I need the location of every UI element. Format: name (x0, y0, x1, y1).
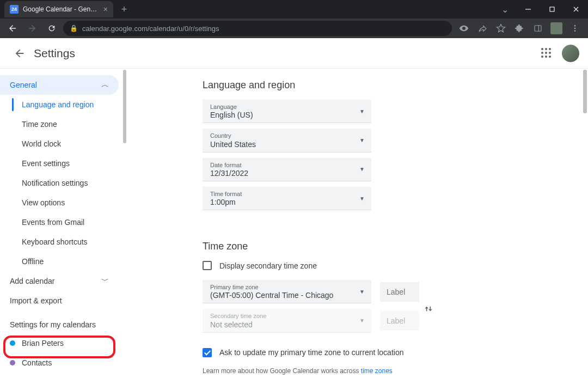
window-maximize-button[interactable] (540, 1, 564, 17)
sidebar-heading-my-calendars: Settings for my calendars (0, 310, 126, 333)
tab-close-icon[interactable]: × (103, 5, 108, 14)
dropdown-value: United States (210, 140, 256, 149)
dropdown-language[interactable]: Language English (US) ▼ (203, 100, 371, 123)
dropdown-country[interactable]: Country United States ▼ (203, 129, 371, 152)
bookmark-star-icon[interactable] (492, 20, 510, 36)
dropdown-value: 1:00pm (210, 198, 242, 206)
sidebar-sub-time-zone[interactable]: Time zone (0, 114, 126, 134)
dropdown-value: (GMT-05:00) Central Time - Chicago (210, 291, 333, 300)
section-title-language-region: Language and region (203, 80, 588, 91)
dropdown-date-format[interactable]: Date format 12/31/2022 ▼ (203, 158, 371, 181)
sidebar-item-label: Add calendar (10, 277, 55, 285)
dropdown-arrow-icon: ▼ (359, 166, 365, 172)
tabs-dropdown-icon[interactable]: ⌄ (497, 4, 513, 15)
page: Settings General ︿ Language and region T… (0, 38, 588, 378)
dropdown-label: Time format (210, 190, 242, 198)
dropdown-label: Country (210, 132, 256, 139)
svg-rect-1 (550, 7, 554, 11)
dropdown-time-format[interactable]: Time format 1:00pm ▼ (203, 187, 371, 210)
sidebar-sub-events-gmail[interactable]: Events from Gmail (0, 212, 126, 232)
sidebar-item-import-export[interactable]: Import & export (0, 291, 119, 310)
swap-timezones-button[interactable] (419, 300, 438, 318)
chevron-up-icon: ︿ (101, 80, 109, 90)
extensions-icon[interactable] (511, 20, 528, 36)
dropdown-arrow-icon: ▼ (359, 289, 365, 295)
tab-title: Google Calendar - General settin (23, 5, 99, 13)
settings-back-button[interactable] (9, 42, 30, 64)
checkbox-label: Display secondary time zone (219, 261, 317, 270)
eye-icon[interactable] (455, 20, 473, 36)
dropdown-arrow-icon: ▼ (359, 318, 365, 324)
dropdown-label: Secondary time zone (210, 312, 266, 320)
calendar-name: Contacts (22, 358, 52, 367)
calendar-item-contacts[interactable]: Contacts (0, 353, 126, 373)
nav-reload-button[interactable] (44, 20, 60, 36)
input-secondary-tz-label (380, 311, 419, 331)
sidebar-sub-notification-settings[interactable]: Notification settings (0, 173, 126, 193)
sidebar-sub-keyboard-shortcuts[interactable]: Keyboard shortcuts (0, 232, 126, 252)
svg-point-7 (574, 28, 576, 29)
favicon-icon: 24 (10, 5, 19, 14)
dropdown-arrow-icon: ▼ (359, 137, 365, 143)
learn-more-text: Learn more about how Google Calendar wor… (203, 367, 588, 375)
sidebar-item-general[interactable]: General ︿ (0, 75, 119, 95)
apps-grid-icon (541, 48, 552, 59)
sidebar-sub-offline[interactable]: Offline (0, 252, 126, 271)
calendar-color-dot (10, 340, 15, 346)
settings-content: Language and region Language English (US… (126, 69, 588, 378)
checkbox-secondary-timezone[interactable] (203, 261, 212, 270)
dropdown-label: Language (210, 103, 253, 111)
settings-header: Settings (0, 38, 588, 69)
dropdown-label: Primary time zone (210, 283, 333, 291)
sidebar-sub-language-region[interactable]: Language and region (0, 95, 126, 114)
learn-more-link[interactable]: time zones (361, 367, 393, 375)
dropdown-value: 12/31/2022 (210, 169, 248, 178)
sidebar-sub-event-settings[interactable]: Event settings (0, 154, 126, 173)
svg-point-6 (574, 25, 576, 27)
window-minimize-button[interactable] (516, 1, 540, 17)
browser-tab[interactable]: 24 Google Calendar - General settin × (4, 1, 113, 17)
content-scrollbar[interactable] (583, 70, 587, 113)
address-bar[interactable]: 🔒 calendar.google.com/calendar/u/0/r/set… (63, 21, 452, 36)
dropdown-label: Date format (210, 161, 248, 169)
browser-menu-icon[interactable] (566, 20, 584, 36)
google-apps-button[interactable] (541, 48, 552, 59)
dropdown-value: English (US) (210, 111, 253, 119)
page-title: Settings (34, 47, 75, 60)
account-avatar[interactable] (562, 45, 579, 62)
dropdown-arrow-icon: ▼ (359, 108, 365, 114)
input-primary-tz-label[interactable] (380, 282, 419, 302)
svg-point-8 (574, 30, 576, 32)
dropdown-value: Not selected (210, 320, 266, 329)
calendar-name: Brian Peters (22, 339, 64, 347)
svg-rect-4 (535, 26, 541, 32)
sidebar-sub-world-clock[interactable]: World clock (0, 134, 126, 154)
lock-icon: 🔒 (70, 25, 78, 32)
sidebar-item-label: Import & export (10, 296, 62, 305)
sidebar-item-label: General (10, 81, 37, 89)
profile-chip[interactable] (548, 20, 565, 36)
calendar-color-dot (10, 360, 15, 365)
dropdown-secondary-timezone: Secondary time zone Not selected ▼ (203, 309, 371, 332)
nav-back-button[interactable] (4, 20, 21, 36)
checkbox-label: Ask to update my primary time zone to cu… (219, 348, 403, 357)
dropdown-arrow-icon: ▼ (359, 196, 365, 202)
calendar-item-brian-peters[interactable]: Brian Peters (0, 333, 126, 353)
share-icon[interactable] (474, 20, 491, 36)
sidebar-item-add-calendar[interactable]: Add calendar ﹀ (0, 271, 119, 291)
nav-forward-button[interactable] (24, 20, 40, 36)
checkbox-ask-update-timezone[interactable] (203, 348, 212, 357)
settings-sidebar: General ︿ Language and region Time zone … (0, 69, 126, 378)
section-title-time-zone: Time zone (203, 241, 588, 252)
dropdown-primary-timezone[interactable]: Primary time zone (GMT-05:00) Central Ti… (203, 280, 371, 303)
sidebar-sub-view-options[interactable]: View options (0, 193, 126, 212)
sidepanel-icon[interactable] (529, 20, 547, 36)
chevron-down-icon: ﹀ (101, 276, 109, 286)
browser-chrome: 24 Google Calendar - General settin × + … (0, 0, 588, 38)
new-tab-button[interactable]: + (117, 2, 132, 17)
window-close-button[interactable] (564, 1, 588, 17)
url-text: calendar.google.com/calendar/u/0/r/setti… (82, 25, 219, 33)
